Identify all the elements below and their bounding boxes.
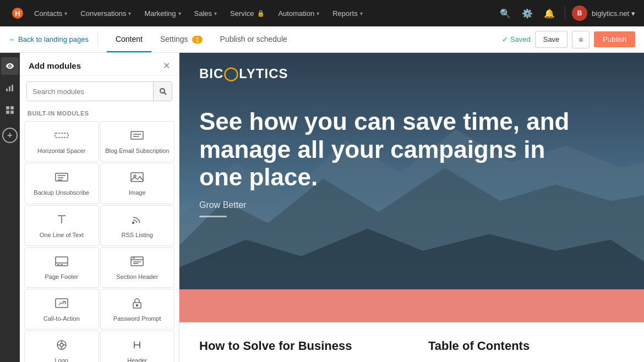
header-icon — [130, 338, 144, 352]
svg-text:H: H — [15, 9, 20, 18]
module-label: Password Prompt — [113, 315, 161, 322]
modules-panel: Add modules ✕ BUILT-IN MODULES Horizonta… — [20, 53, 179, 362]
module-call-to-action[interactable]: Call-to-Action — [24, 289, 99, 330]
modules-header: Add modules ✕ — [20, 53, 179, 76]
close-icon[interactable]: ✕ — [163, 61, 170, 71]
module-blog-email[interactable]: Blog Email Subscription — [100, 121, 175, 162]
svg-rect-19 — [131, 173, 143, 182]
search-modules-input[interactable] — [27, 83, 153, 100]
svg-rect-11 — [55, 133, 68, 138]
chevron-down-icon: ▾ — [631, 9, 635, 18]
check-icon: ✓ — [502, 35, 508, 43]
nav-service[interactable]: Service 🔒 — [225, 6, 270, 21]
save-button[interactable]: Save — [535, 31, 568, 48]
rss-icon — [130, 212, 144, 227]
search-button[interactable] — [153, 82, 172, 101]
nav-automation[interactable]: Automation ▾ — [272, 6, 325, 21]
module-label: Section Header — [116, 273, 158, 281]
publish-button[interactable]: Publish — [594, 31, 635, 47]
module-logo[interactable]: Logo — [24, 331, 99, 362]
module-label: Page Footer — [45, 273, 78, 281]
modules-title: Add modules — [29, 61, 81, 70]
module-label: RSS Listing — [122, 231, 153, 239]
module-label: One Line of Text — [40, 231, 84, 239]
notifications-icon-btn[interactable]: 🔔 — [541, 4, 558, 22]
image-icon — [130, 170, 144, 184]
svg-point-39 — [60, 343, 63, 347]
svg-rect-6 — [10, 106, 14, 109]
module-rss-listing[interactable]: RSS Listing — [100, 205, 175, 246]
module-header[interactable]: Header — [100, 331, 175, 362]
module-horizontal-spacer[interactable]: Horizontal Spacer — [24, 121, 99, 162]
nav-conversations[interactable]: Conversations ▾ — [75, 6, 137, 21]
module-section-header[interactable]: Section Header — [100, 247, 175, 288]
tab-settings[interactable]: Settings 1 — [151, 27, 211, 52]
svg-point-37 — [137, 305, 138, 306]
module-label: Blog Email Subscription — [105, 147, 169, 155]
back-arrow-icon: ← — [9, 35, 16, 43]
tab-content[interactable]: Content — [107, 27, 151, 52]
cta-icon — [54, 296, 69, 310]
svg-rect-5 — [6, 106, 9, 109]
svg-marker-55 — [179, 228, 644, 289]
search-bar — [26, 81, 172, 101]
module-backup-unsubscribe[interactable]: Backup Unsubscribe — [24, 163, 99, 204]
module-label: Backup Unsubscribe — [34, 189, 89, 196]
sidebar-add-button[interactable]: + — [2, 128, 18, 143]
nav-reports[interactable]: Reports ▾ — [327, 6, 368, 21]
tab-publish[interactable]: Publish or schedule — [211, 27, 296, 52]
section-header-icon — [130, 254, 144, 268]
module-image[interactable]: Image — [100, 163, 175, 204]
module-one-line-text[interactable]: One Line of Text — [24, 205, 99, 246]
chevron-icon: ▾ — [178, 10, 181, 17]
chevron-icon: ▾ — [214, 10, 217, 17]
module-label: Image — [129, 189, 146, 196]
module-page-footer[interactable]: Page Footer — [24, 247, 99, 288]
account-label[interactable]: biglytics.net ▾ — [592, 9, 635, 18]
svg-rect-12 — [131, 131, 143, 139]
footer-icon — [54, 254, 69, 268]
table-of-contents-title: Table of Contents — [428, 339, 624, 353]
sub-nav-tabs: Content Settings 1 Publish or schedule — [107, 27, 296, 52]
module-label: Horizontal Spacer — [37, 147, 85, 155]
sub-nav: ← Back to landing pages Content Settings… — [0, 26, 644, 53]
chevron-icon: ▾ — [360, 10, 363, 17]
settings-icon-btn[interactable]: ⚙️ — [519, 4, 536, 22]
hero-subtitle: Grow Better — [199, 200, 624, 210]
hero-underline — [199, 216, 227, 217]
view-toggle-button[interactable]: ≡ — [572, 31, 590, 48]
svg-point-23 — [133, 222, 134, 223]
svg-point-9 — [160, 89, 165, 93]
blog-icon — [130, 128, 144, 142]
spacer-icon — [54, 128, 69, 142]
search-icon-btn[interactable]: 🔍 — [496, 4, 514, 22]
lock-icon: 🔒 — [257, 10, 265, 17]
sidebar-chart-icon[interactable] — [1, 79, 19, 97]
module-password-prompt[interactable]: Password Prompt — [100, 289, 175, 330]
nav-divider — [565, 7, 565, 20]
brand-logo: BIC◯LYTICS — [199, 66, 624, 81]
avatar[interactable]: B — [572, 6, 587, 21]
hubspot-logo[interactable]: H — [9, 4, 26, 22]
top-nav: H Contacts ▾ Conversations ▾ Marketing ▾… — [0, 0, 644, 26]
module-label: Call-to-Action — [43, 315, 80, 322]
sidebar-eye-icon[interactable] — [1, 57, 19, 75]
logo-icon — [55, 338, 68, 352]
back-to-landing-pages-link[interactable]: ← Back to landing pages — [9, 35, 89, 43]
svg-rect-4 — [12, 85, 13, 91]
hero-section: BIC◯LYTICS See how you can save time, an… — [179, 53, 644, 289]
pink-band — [179, 289, 644, 322]
module-label: Logo — [55, 356, 68, 362]
hero-title: See how you can save time, and manage al… — [199, 108, 574, 191]
svg-rect-3 — [9, 86, 10, 91]
nav-contacts[interactable]: Contacts ▾ — [29, 6, 73, 21]
nav-marketing[interactable]: Marketing ▾ — [139, 6, 186, 21]
sidebar-modules-icon[interactable] — [1, 101, 19, 119]
svg-rect-2 — [6, 89, 8, 91]
module-label: Header — [127, 356, 147, 362]
how-to-solve-column: How to Solve for Business — [199, 339, 395, 360]
password-icon — [131, 296, 143, 310]
nav-sales[interactable]: Sales ▾ — [189, 6, 223, 21]
backup-icon — [54, 170, 69, 184]
content-area: BIC◯LYTICS See how you can save time, an… — [179, 53, 644, 362]
